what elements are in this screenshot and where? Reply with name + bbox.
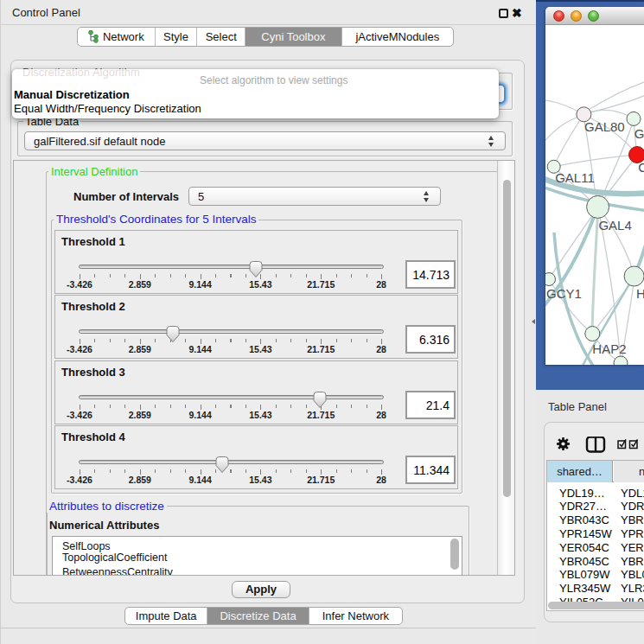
- svg-text:C: C: [638, 160, 644, 175]
- svg-text:GA: GA: [634, 126, 644, 141]
- svg-text:GAL80: GAL80: [584, 119, 625, 134]
- svg-text:HAP2: HAP2: [592, 341, 626, 356]
- svg-text:H: H: [636, 286, 644, 301]
- svg-text:GAL4: GAL4: [598, 218, 631, 233]
- svg-text:GCY1: GCY1: [546, 286, 582, 301]
- svg-text:GAL11: GAL11: [555, 170, 595, 185]
